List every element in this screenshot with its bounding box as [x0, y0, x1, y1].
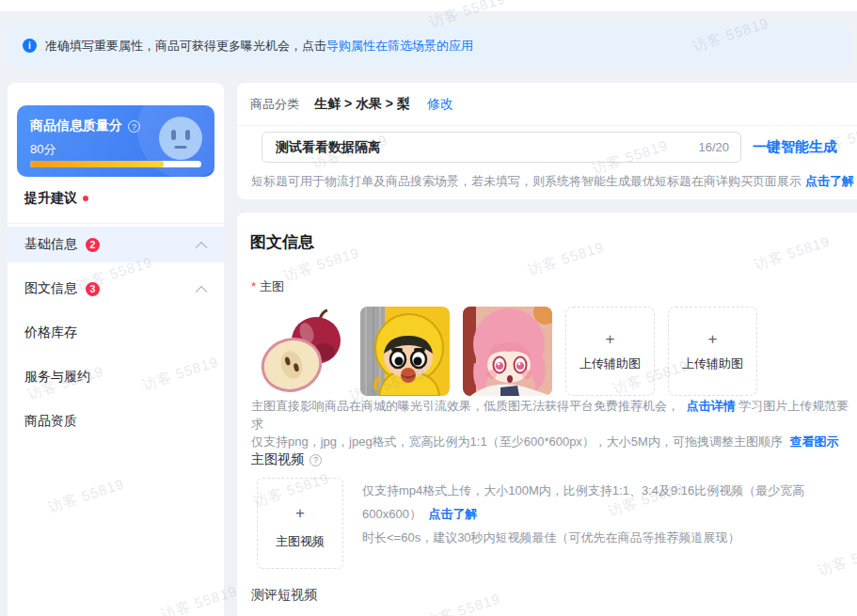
- plus-icon: +: [708, 331, 718, 347]
- banner-guide-link[interactable]: 导购属性在筛选场景的应用: [326, 39, 473, 53]
- sidebar-item-label: 服务与履约: [24, 369, 90, 386]
- main-image-list: + 上传辅助图 + 上传辅助图: [258, 307, 757, 396]
- smart-generate-link[interactable]: 一键智能生成: [753, 138, 837, 156]
- main-video-label: 主图视频 ?: [251, 451, 322, 468]
- hint-text: 主图直接影响商品在商城的曝光引流效果，低质图无法获得平台免费推荐机会，: [251, 399, 679, 413]
- score-progress-track: [30, 161, 201, 167]
- sidebar-item-label: 价格库存: [24, 324, 77, 341]
- sidebar-item-qualification[interactable]: 商品资质: [8, 403, 224, 439]
- question-circle-icon[interactable]: ?: [309, 454, 322, 466]
- main-video-label-text: 主图视频: [251, 451, 304, 468]
- short-title-input-wrap: 16/20: [262, 132, 741, 163]
- section-title: 图文信息: [250, 231, 314, 253]
- sidebar-item-price-stock[interactable]: 价格库存: [8, 315, 224, 351]
- click-details-link[interactable]: 点击详情: [687, 399, 736, 413]
- sidebar-item-label: 基础信息: [24, 236, 77, 253]
- sidebar-item-media-info[interactable]: 图文信息 3: [8, 271, 224, 307]
- red-dot-icon: [83, 196, 88, 201]
- short-title-hint-text: 短标题可用于物流打单及商品搜索场景，若未填写，则系统将智能生成最优短标题在商详购…: [251, 174, 801, 188]
- product-image-anime-girl[interactable]: [463, 307, 552, 396]
- sidebar-item-service[interactable]: 服务与履约: [8, 359, 224, 395]
- banner-text: 准确填写重要属性，商品可获得更多曝光机会，点击导购属性在筛选场景的应用: [45, 38, 473, 55]
- apple-photo-graphic: [258, 307, 347, 396]
- sidebar-item-label: 图文信息: [24, 280, 77, 297]
- learn-more-link[interactable]: 点击了解: [805, 174, 854, 188]
- error-count-badge: 3: [86, 282, 100, 296]
- upload-aux-image-button[interactable]: + 上传辅助图: [668, 307, 757, 396]
- top-strip: [0, 0, 857, 11]
- char-counter: 16/20: [698, 140, 729, 154]
- video-hint-line1: 仅支持mp4格式上传，大小100M内，比例支持1:1、3:4及9:16比例视频（…: [362, 479, 857, 526]
- learn-more-link[interactable]: 点击了解: [429, 507, 478, 521]
- sidebar-item-basic-info[interactable]: 基础信息 2: [8, 227, 224, 262]
- short-title-hint: 短标题可用于物流打单及商品搜索场景，若未填写，则系统将智能生成最优短标题在商详购…: [251, 173, 854, 190]
- category-title-panel: 商品分类 生鲜 > 水果 > 梨 修改 16/20 一键智能生成 短标题可用于物…: [237, 83, 857, 199]
- chevron-up-icon[interactable]: [196, 285, 208, 297]
- divider: [8, 223, 224, 224]
- main-image-label-text: 主图: [260, 279, 284, 293]
- category-breadcrumb: 生鲜 > 水果 > 梨: [314, 96, 410, 113]
- hint-text: 时长<=60s，建议30秒内短视频最佳（可优先在商品等推荐频道展现）: [362, 530, 740, 545]
- suggestions-label: 提升建议: [24, 190, 77, 207]
- info-icon: i: [23, 39, 37, 53]
- sidebar: 商品信息质量分 ? 80分 提升建议 基础信息 2 图文信息 3 价格库存: [8, 83, 224, 616]
- upload-aux-image-button[interactable]: + 上传辅助图: [565, 307, 655, 396]
- image-hint-line2: 仅支持png，jpg，jpeg格式，宽高比例为1:1（至少600*600px），…: [251, 433, 857, 450]
- review-video-label: 测评短视频: [251, 587, 317, 604]
- media-panel: 图文信息 *主图: [237, 213, 857, 616]
- main-image-hints: 主图直接影响商品在商城的曝光引流效果，低质图无法获得平台免费推荐机会， 点击详情…: [251, 397, 857, 450]
- cartoon-boy-graphic: [360, 307, 450, 396]
- product-image-cartoon-boy[interactable]: [360, 307, 450, 396]
- sidebar-item-label: 商品资质: [24, 413, 77, 430]
- required-asterisk: *: [251, 279, 256, 293]
- upload-aux-label: 上传辅助图: [579, 355, 641, 372]
- hint-text: 仅支持png，jpg，jpeg格式，宽高比例为1:1（至少600*600px），…: [251, 434, 783, 449]
- category-edit-link[interactable]: 修改: [427, 96, 453, 113]
- suggestions-header: 提升建议: [24, 190, 88, 207]
- category-row: 商品分类 生鲜 > 水果 > 梨 修改: [237, 83, 857, 126]
- neutral-face-icon: [159, 117, 202, 160]
- notice-banner: i 准确填写重要属性，商品可获得更多曝光机会，点击导购属性在筛选场景的应用: [8, 25, 849, 66]
- main-image-label: *主图: [251, 278, 284, 295]
- error-count-badge: 2: [86, 238, 100, 252]
- banner-text-plain: 准确填写重要属性，商品可获得更多曝光机会，点击: [45, 39, 326, 53]
- chevron-up-icon[interactable]: [196, 241, 208, 253]
- plus-icon: +: [606, 331, 615, 347]
- score-card-title: 商品信息质量分: [30, 118, 122, 134]
- main-video-hints: 仅支持mp4格式上传，大小100M内，比例支持1:1、3:4及9:16比例视频（…: [362, 479, 857, 549]
- product-image-apple[interactable]: [258, 307, 347, 396]
- image-hint-line1: 主图直接影响商品在商城的曝光引流效果，低质图无法获得平台免费推荐机会， 点击详情…: [251, 397, 857, 433]
- anime-girl-graphic: [463, 307, 552, 396]
- upload-aux-label: 上传辅助图: [682, 355, 743, 372]
- video-upload-label: 主图视频: [276, 533, 325, 550]
- video-hint-line2: 时长<=60s，建议30秒内短视频最佳（可优先在商品等推荐频道展现）: [362, 526, 857, 549]
- quality-score-card: 商品信息质量分 ? 80分: [17, 105, 214, 177]
- product-edit-page: i 准确填写重要属性，商品可获得更多曝光机会，点击导购属性在筛选场景的应用 商品…: [0, 0, 857, 616]
- plus-icon: +: [295, 505, 305, 521]
- category-label: 商品分类: [250, 96, 299, 113]
- view-diagram-link[interactable]: 查看图示: [790, 434, 839, 449]
- upload-main-video-button[interactable]: + 主图视频: [257, 478, 343, 569]
- score-progress-fill: [30, 161, 164, 167]
- short-title-input[interactable]: [274, 139, 690, 156]
